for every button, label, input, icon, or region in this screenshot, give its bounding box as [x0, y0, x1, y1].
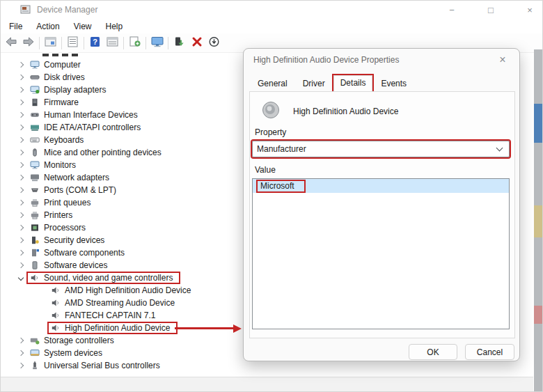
tree-item-fantech-captain-7-1[interactable]: FANTECH CAPTAIN 7.1	[1, 309, 155, 322]
tree-item-mice-and-other-pointing-devices[interactable]: Mice and other pointing devices	[1, 146, 162, 159]
tree-item-label: Security devices	[44, 235, 104, 245]
help-icon: ?	[90, 36, 100, 50]
maximize-button[interactable]: □	[485, 5, 496, 15]
tree-item-label: Mice and other pointing devices	[44, 148, 162, 157]
chevron-right-icon[interactable]	[18, 87, 24, 93]
value-label: Value	[255, 165, 276, 175]
tab-events[interactable]: Events	[374, 76, 414, 92]
tree-item-firmware[interactable]: Firmware	[1, 96, 79, 109]
dialog-close-button[interactable]: ×	[494, 52, 511, 68]
chevron-right-icon[interactable]	[18, 112, 24, 118]
ok-button[interactable]: OK	[409, 344, 457, 360]
minimize-button[interactable]: −	[446, 5, 457, 15]
tree-item-human-interface-devices[interactable]: Human Interface Devices	[1, 109, 138, 121]
chevron-down-icon	[496, 145, 503, 152]
value-list-item[interactable]: Microsoft	[253, 179, 509, 193]
cancel-button[interactable]: Cancel	[465, 344, 514, 360]
nav-forward-button[interactable]	[19, 36, 37, 51]
mouse-icon	[30, 148, 40, 157]
chevron-right-icon[interactable]	[18, 187, 24, 193]
tree-item-processors[interactable]: Processors	[1, 221, 86, 234]
chevron-right-icon[interactable]	[18, 62, 24, 68]
tab-driver[interactable]: Driver	[296, 76, 332, 92]
tree-item-monitors[interactable]: Monitors	[1, 159, 76, 171]
console-window-icon	[45, 36, 56, 50]
tree-item-disk-drives[interactable]: Disk drives	[1, 71, 85, 84]
chevron-right-icon[interactable]	[18, 162, 24, 168]
tree-item-amd-streaming-audio-device[interactable]: AMD Streaming Audio Device	[1, 297, 175, 309]
properties-button[interactable]	[64, 36, 81, 51]
update-driver-button[interactable]	[171, 36, 188, 51]
tree-item-amd-high-definition-audio-device[interactable]: AMD High Definition Audio Device	[1, 284, 191, 297]
tree-item-label: System devices	[44, 348, 102, 358]
nav-back-button[interactable]	[2, 36, 19, 51]
tree-item-universal-serial-bus-controllers[interactable]: Universal Serial Bus controllers	[1, 359, 160, 372]
help-button[interactable]: ?	[86, 36, 104, 51]
tree-item-display-adapters[interactable]: Display adapters	[1, 84, 106, 96]
tab-general[interactable]: General	[251, 76, 294, 92]
tree-item-ide-ata-atapi-controllers[interactable]: IDE ATA/ATAPI controllers	[1, 121, 141, 134]
tree-item-label: Network adapters	[44, 173, 109, 182]
menu-view[interactable]: View	[67, 20, 99, 33]
tree-item-high-definition-audio-device[interactable]: High Definition Audio Device	[1, 322, 178, 334]
chevron-right-icon[interactable]	[18, 100, 24, 105]
computer-button[interactable]	[148, 36, 166, 51]
menu-help[interactable]: Help	[99, 20, 130, 33]
background-page-sliver	[534, 49, 543, 392]
menu-file[interactable]: File	[2, 20, 29, 33]
tree-item-ports-com-lpt[interactable]: Ports (COM & LPT)	[1, 184, 116, 196]
softdev-icon	[30, 261, 40, 269]
tree-item-storage-controllers[interactable]: Storage controllers	[1, 334, 114, 347]
display-icon	[30, 86, 40, 94]
chevron-right-icon[interactable]	[18, 262, 24, 268]
chevron-right-icon[interactable]	[18, 350, 24, 356]
disable-device-button[interactable]	[205, 36, 223, 51]
chevron-right-icon[interactable]	[18, 200, 24, 205]
chevron-right-icon[interactable]	[18, 225, 24, 230]
security-icon	[30, 236, 40, 244]
tree-item-sound-video-and-game-controllers[interactable]: Sound, video and game controllers	[1, 272, 180, 284]
keyboard-icon	[30, 136, 40, 144]
tree-item-printers[interactable]: Printers	[1, 209, 72, 221]
chevron-right-icon[interactable]	[18, 212, 24, 218]
processor-icon	[30, 224, 40, 232]
chevron-right-icon[interactable]	[18, 363, 24, 368]
tree-item-print-queues[interactable]: Print queues	[1, 196, 90, 209]
chevron-right-icon[interactable]	[18, 237, 24, 243]
tree-item-software-devices[interactable]: Software devices	[1, 259, 107, 272]
back-icon	[5, 36, 17, 50]
speaker-icon	[51, 286, 61, 295]
chevron-right-icon[interactable]	[18, 338, 24, 343]
scan-hardware-button[interactable]	[126, 36, 143, 51]
tree-item-label: Print queues	[44, 198, 90, 207]
uninstall-device-button[interactable]	[188, 36, 205, 51]
chevron-right-icon[interactable]	[18, 175, 24, 180]
toolbar-separator	[61, 37, 62, 49]
tree-item-security-devices[interactable]: Security devices	[1, 234, 104, 246]
chevron-right-icon[interactable]	[18, 75, 24, 80]
close-button[interactable]: ×	[524, 5, 535, 15]
tree-item-network-adapters[interactable]: Network adapters	[1, 171, 109, 184]
value-listbox[interactable]: Microsoft	[252, 178, 510, 329]
tree-item-computer[interactable]: Computer	[1, 58, 81, 71]
chevron-right-icon[interactable]	[18, 125, 24, 130]
tab-details[interactable]: Details	[333, 75, 373, 93]
tree-item-system-devices[interactable]: System devices	[1, 347, 102, 359]
property-dropdown[interactable]: Manufacturer	[252, 141, 510, 157]
tree-item-software-components[interactable]: Software components	[1, 246, 125, 259]
tree-item-label: Universal Serial Bus controllers	[44, 361, 160, 370]
chevron-down-icon[interactable]	[18, 275, 24, 281]
forward-icon	[22, 36, 35, 50]
chevron-right-icon[interactable]	[18, 250, 24, 256]
items-list-button[interactable]	[104, 36, 121, 51]
firmware-icon	[30, 98, 40, 107]
menu-action[interactable]: Action	[29, 20, 66, 33]
tree-item-label: Software devices	[44, 260, 107, 270]
speaker-icon	[30, 274, 40, 282]
chevron-right-icon[interactable]	[18, 150, 24, 155]
chevron-right-icon[interactable]	[18, 137, 24, 143]
show-console-tree-button[interactable]	[42, 36, 59, 51]
toolbar-separator	[84, 37, 84, 49]
tree-item-label: Software components	[44, 248, 125, 258]
tree-item-keyboards[interactable]: Keyboards	[1, 134, 84, 146]
